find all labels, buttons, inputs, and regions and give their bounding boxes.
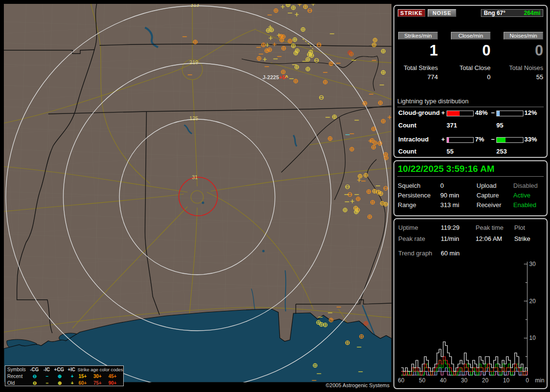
legend-symbols-header: Symbols <box>5 366 28 373</box>
svg-text:30: 30 <box>529 261 536 267</box>
total-close-value: 0 <box>451 73 491 81</box>
cg-plus-count: 371 <box>447 122 457 129</box>
range-ring-label: 313 <box>190 2 199 8</box>
squelch-label: Squelch <box>398 182 420 189</box>
cg-minus-bar <box>496 111 523 116</box>
track-trend: +5 <box>279 74 285 80</box>
noises-per-min-value: 0 <box>504 42 543 59</box>
map-legend: Symbols -CG -IC +CG +IC Strike age color… <box>5 365 124 386</box>
track-id: J-2225 <box>262 74 279 80</box>
total-noises-value: 55 <box>504 73 543 81</box>
range-ring-label: 31 <box>192 174 198 180</box>
distance-value: 264mi <box>524 10 540 16</box>
svg-text:10: 10 <box>529 335 536 341</box>
bearing-display: Bng 67° 264mi <box>481 9 543 17</box>
legend-recent-row: Recent ⊖ − ⊕ + 15+ 30+ 45+ <box>5 373 123 379</box>
svg-text:10: 10 <box>503 377 510 384</box>
strikes-per-min-value: 1 <box>398 42 438 59</box>
panel-counters: STRIKE NOISE Bng 67° 264mi Strikes/min C… <box>393 5 548 158</box>
capture-label: Capture <box>477 192 499 199</box>
distribution-title: Lightning type distribution <box>397 98 544 107</box>
ic-minus-count: 253 <box>496 148 507 155</box>
track-dir: ^ <box>285 74 289 80</box>
old-ic-plus-icon: + <box>66 380 78 386</box>
recent-cg-plus-icon: ⊕ <box>54 373 66 379</box>
close-per-min-value: 0 <box>451 42 491 59</box>
legend-old-row: Old ⊖ − ⊕ + 60+ 75+ 90+ <box>5 380 123 386</box>
capture-status: Active <box>513 192 530 199</box>
close-per-min-badge: Close/min <box>451 32 491 40</box>
peak-rate-value: 11/min <box>441 235 459 242</box>
panel-stats: Uptime 119:29 Peak time Plot Peak rate 1… <box>393 218 548 389</box>
old-cg-minus-icon: ⊖ <box>29 380 41 386</box>
ic-minus-pct: 33% <box>524 136 537 143</box>
plus-sign: + <box>441 109 445 116</box>
recent-ic-minus-icon: − <box>41 373 54 379</box>
svg-text:60: 60 <box>398 377 405 384</box>
range-ring-label: 125 <box>189 115 198 121</box>
svg-text:min: min <box>535 377 544 384</box>
plot-value: Strike <box>514 235 530 242</box>
copyright-text: ©2005 Astrogenic Systems <box>293 382 390 388</box>
divider <box>397 176 544 177</box>
uptime-label: Uptime <box>398 224 418 231</box>
svg-text:30: 30 <box>461 377 468 384</box>
persistence-value: 90 min <box>440 192 459 199</box>
cg-minus-pct: 12% <box>524 109 537 116</box>
svg-text:50: 50 <box>419 377 426 384</box>
intracloud-label: Intracloud <box>398 136 429 143</box>
trend-graph: 1020306050403020100min <box>394 256 549 389</box>
legend-header-row: Symbols -CG -IC +CG +IC Strike age color… <box>5 366 123 373</box>
range-ring-label: 219 <box>189 59 198 65</box>
svg-text:20: 20 <box>529 298 536 305</box>
recent-cg-minus-icon: ⊖ <box>29 373 41 379</box>
ic-plus-bar <box>447 137 474 143</box>
cg-plus-pct: 48% <box>475 109 488 116</box>
cloud-ground-label: Cloud-ground <box>398 109 440 116</box>
count-label: Count <box>398 122 417 129</box>
ic-plus-count: 55 <box>447 148 453 155</box>
noise-button[interactable]: NOISE <box>428 9 456 17</box>
old-cg-plus-icon: ⊕ <box>54 380 66 386</box>
svg-text:0: 0 <box>526 377 529 384</box>
minus-sign: − <box>491 109 495 116</box>
uptime-value: 119:29 <box>441 224 460 231</box>
svg-text:J-2225+5^: J-2225+5^ <box>262 74 289 80</box>
squelch-value: 0 <box>440 182 444 189</box>
plot-label: Plot <box>514 224 525 231</box>
range-value: 313 mi <box>440 201 459 209</box>
persistence-label: Persistence <box>398 192 431 199</box>
receiver-label: Receiver <box>477 201 501 209</box>
peak-rate-label: Peak rate <box>398 235 425 242</box>
upload-status: Disabled <box>513 182 538 189</box>
receiver-status: Enabled <box>513 201 536 209</box>
nexstorm-window: 313 219 125 31 J-2225+5^ Symbols -CG -IC… <box>0 0 550 392</box>
svg-text:40: 40 <box>440 377 447 384</box>
cg-plus-bar <box>447 111 474 116</box>
svg-text:20: 20 <box>482 377 489 384</box>
plus-sign: + <box>441 136 445 143</box>
range-label: Range <box>398 201 416 209</box>
panel-status: 10/22/2025 3:59:16 AM Squelch 0 Upload D… <box>393 160 548 216</box>
total-noises-label: Total Noises <box>504 64 543 71</box>
ic-plus-pct: 7% <box>475 136 484 143</box>
recent-ic-plus-icon: + <box>66 373 78 379</box>
total-strikes-value: 774 <box>398 73 438 81</box>
total-close-label: Total Close <box>451 64 491 71</box>
total-strikes-label: Total Strikes <box>398 64 438 71</box>
cg-minus-count: 95 <box>496 122 503 129</box>
strikes-per-min-badge: Strikes/min <box>398 32 438 40</box>
ic-minus-bar <box>496 137 523 143</box>
count-label: Count <box>398 148 417 155</box>
strike-button[interactable]: STRIKE <box>398 9 425 17</box>
old-ic-minus-icon: − <box>41 380 54 386</box>
lightning-map[interactable]: 313 219 125 31 J-2225+5^ <box>0 0 391 386</box>
upload-label: Upload <box>477 182 496 189</box>
bearing-value: Bng 67° <box>484 10 506 16</box>
minus-sign: − <box>491 136 495 143</box>
datetime-display: 10/22/2025 3:59:16 AM <box>398 164 494 174</box>
noises-per-min-badge: Noises/min <box>504 32 543 40</box>
legend-age-header: Strike age color codes <box>78 366 123 373</box>
peak-time-value: 12:06 AM <box>476 235 502 242</box>
peak-time-label: Peak time <box>476 224 504 231</box>
